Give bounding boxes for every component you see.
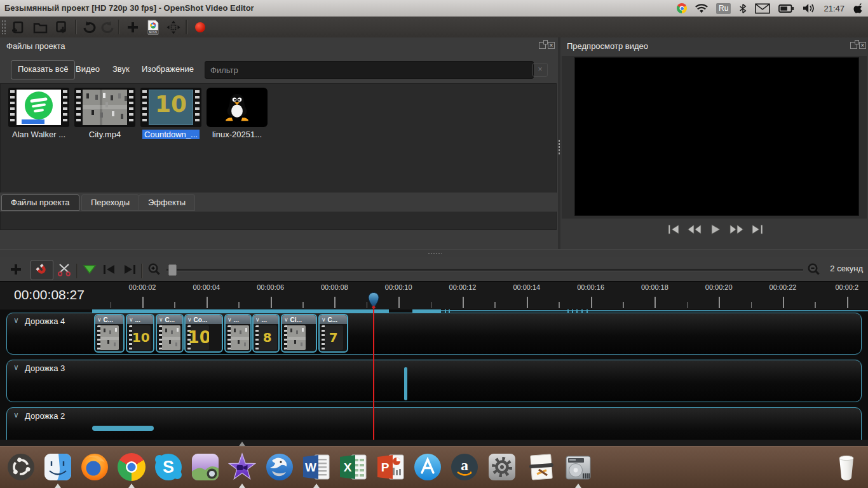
wifi-icon[interactable] [695,4,708,13]
panel-float-button[interactable] [539,42,546,49]
dock-system-settings-icon[interactable] [487,452,517,482]
new-project-button[interactable] [10,19,27,35]
filter-show-all-button[interactable]: Показать всё [11,60,75,79]
jump-to-end-button[interactable] [750,223,765,236]
clip-header[interactable]: ∨... [127,315,153,324]
clip-menu-chevron-icon[interactable]: ∨ [322,316,326,323]
clip-body[interactable]: 8 [254,324,278,351]
timeline-clip[interactable]: ∨...8 [252,314,280,353]
clip-header[interactable]: ∨C... [320,315,347,324]
clip-header[interactable]: ∨... [226,315,250,324]
dock-chrome-icon[interactable] [116,452,147,482]
tab-effects[interactable]: Эффекты [139,194,195,211]
clip-menu-chevron-icon[interactable]: ∨ [227,316,232,323]
clip-body[interactable] [226,324,250,351]
clip-menu-chevron-icon[interactable]: ∨ [187,316,192,323]
clip-body[interactable] [282,324,316,351]
timeline-clip[interactable]: ∨C... [94,314,125,353]
bluetooth-icon[interactable] [739,3,747,14]
fast-forward-button[interactable] [729,223,744,236]
clip-header[interactable]: ∨Ci... [282,315,316,324]
timeline-clip[interactable]: ∨Co...10 [184,314,223,353]
filter-audio-button[interactable]: Звук [112,60,130,78]
play-button[interactable] [708,223,723,236]
dock-trash-icon[interactable] [831,452,862,482]
import-files-button[interactable] [125,19,141,35]
dock-photos-icon[interactable] [190,452,220,482]
clip-header[interactable]: ∨C... [157,315,182,324]
splitter-handle[interactable] [428,253,442,255]
tab-project-files[interactable]: Файлы проекта [1,194,79,211]
clip-body[interactable] [95,324,123,351]
video-preview-screen[interactable] [574,57,859,216]
redo-button[interactable] [99,19,116,35]
clip-body[interactable]: 10 [186,324,222,351]
timeline-clip[interactable]: ∨Ci... [281,314,317,353]
add-track-button[interactable] [8,261,24,278]
clip-menu-chevron-icon[interactable]: ∨ [129,316,133,323]
dock-amazon-icon[interactable]: a [449,452,480,482]
timeline-clip[interactable]: ∨C...7 [318,314,348,353]
undo-button[interactable] [81,19,98,35]
dock-imovie-icon[interactable] [227,452,257,482]
clip-body[interactable]: 7 [320,324,347,351]
dock-excel-icon[interactable]: X [338,452,369,482]
dock-word-icon[interactable]: W [301,452,332,482]
panel-close-button[interactable]: × [859,42,866,49]
timeline-clip[interactable]: ∨...10 [126,314,154,353]
zoom-out-button[interactable] [806,261,822,278]
clip-menu-chevron-icon[interactable]: ∨ [284,316,288,323]
previous-marker-button[interactable] [100,261,117,278]
panel-float-button[interactable] [850,42,857,49]
clip-body[interactable]: 10 [127,324,153,351]
apple-menu-icon[interactable] [853,3,863,14]
dock-hard-drive-icon[interactable] [563,452,593,482]
clip-header[interactable]: ∨Co... [186,315,222,324]
next-marker-button[interactable] [122,261,139,278]
save-project-button[interactable] [53,19,70,35]
dock-skype-icon[interactable]: S [153,452,184,482]
clip-menu-chevron-icon[interactable]: ∨ [159,316,163,323]
record-indicator-icon[interactable] [192,19,208,35]
project-file-item[interactable]: Alan Walker ... [8,88,69,139]
toolbar-grip[interactable] [1,20,7,34]
dock-files-icon[interactable] [43,452,73,482]
fullscreen-button[interactable] [165,19,182,35]
clip-header[interactable]: ∨C... [95,315,123,324]
filter-video-button[interactable]: Видео [76,60,100,78]
snapping-toggle-button[interactable] [31,260,53,280]
volume-icon[interactable] [803,3,815,13]
clock[interactable]: 21:47 [824,4,844,13]
clip-header[interactable]: ∨... [254,315,278,324]
project-file-item[interactable]: linux-20251... [207,88,268,139]
dock-firefox-icon[interactable] [79,452,110,482]
dock-app-store-icon[interactable] [412,452,443,482]
export-video-button[interactable]: MOVE [145,19,161,35]
horizontal-splitter[interactable] [0,249,868,258]
chrome-tray-icon[interactable] [677,3,687,13]
open-project-button[interactable] [32,19,48,35]
filter-input[interactable] [205,61,534,79]
timeline-clip-sliver[interactable] [404,367,407,400]
jump-to-start-button[interactable] [666,223,681,236]
timeline[interactable]: 00:00:08:27 00:00:0200:00:0400:00:0600:0… [0,281,868,440]
playhead-line[interactable] [373,309,374,440]
clip-menu-chevron-icon[interactable]: ∨ [255,316,260,323]
tab-transitions[interactable]: Переходы [81,194,139,211]
dock-ubuntu-icon[interactable] [6,452,36,482]
timeline-clip[interactable]: ∨C... [156,314,184,353]
clip-menu-chevron-icon[interactable]: ∨ [97,316,102,323]
battery-icon[interactable] [778,4,794,13]
timeline-clip[interactable]: ∨... [224,314,252,353]
dock-powerpoint-icon[interactable]: P [376,452,406,482]
filter-clear-button[interactable]: × [532,63,548,77]
dock-eagle-browser-icon[interactable] [264,452,295,482]
mail-icon[interactable] [755,3,770,14]
keyboard-layout-indicator[interactable]: Ru [716,3,731,14]
rewind-button[interactable] [687,223,702,236]
razor-tool-button[interactable] [56,261,72,278]
clip-body[interactable] [157,324,182,351]
zoom-in-button[interactable] [146,261,163,278]
dock-pages-icon[interactable] [526,452,557,482]
zoom-slider-thumb[interactable] [168,264,177,276]
